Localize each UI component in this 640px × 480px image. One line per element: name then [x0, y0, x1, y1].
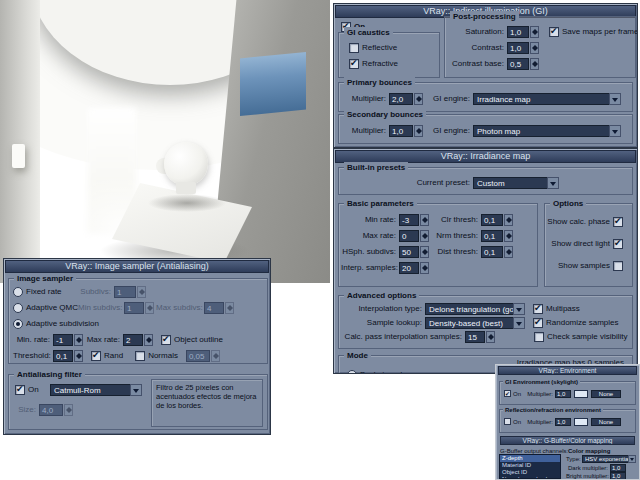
secondary-multiplier-spinner[interactable] — [414, 125, 423, 137]
aa-size-field[interactable]: 4,0 — [39, 404, 63, 416]
aa-on-checkbox[interactable] — [15, 385, 25, 395]
sample-lookup-dropdown[interactable]: Density-based (best) — [425, 317, 525, 329]
chevron-down-icon[interactable] — [628, 455, 636, 463]
rand-checkbox[interactable] — [91, 351, 101, 361]
refractive-label: Refractive — [362, 59, 398, 68]
subdivs-spinner[interactable] — [137, 286, 146, 298]
reflective-checkbox[interactable] — [349, 43, 359, 53]
dist-thresh-field[interactable]: 0,1 — [481, 246, 503, 258]
max-rate-field[interactable]: 2 — [123, 334, 143, 346]
refl-env-multiplier-label: Multiplier: — [525, 419, 555, 425]
gbuffer-channels-list[interactable]: Z-depth Material ID Object ID Non-clampe… — [499, 454, 561, 479]
min-rate-field[interactable]: -1 — [53, 334, 73, 346]
clr-thresh-spinner[interactable] — [504, 214, 513, 226]
chevron-down-icon[interactable] — [609, 125, 621, 137]
environment-window: VRay:: Environment GI Environment (skyli… — [495, 364, 640, 480]
calc-pass-samples-spinner[interactable] — [486, 331, 495, 343]
aa-size-spinner[interactable] — [64, 404, 73, 416]
saturation-spinner[interactable] — [530, 26, 539, 38]
gi-env-on-checkbox[interactable] — [504, 390, 511, 397]
primary-engine-value: Irradiance map — [473, 93, 609, 105]
normals-field[interactable]: 0,05 — [186, 350, 210, 362]
normals-checkbox[interactable] — [135, 351, 145, 361]
refl-env-color-swatch[interactable] — [574, 418, 588, 426]
contrast-base-field[interactable]: 0,5 — [507, 58, 529, 70]
refl-env-on-checkbox[interactable] — [504, 418, 511, 425]
normals-spinner[interactable] — [211, 350, 220, 362]
chevron-down-icon[interactable] — [547, 177, 559, 189]
multipass-checkbox[interactable] — [533, 304, 543, 314]
gbuffer-rollout-titlebar[interactable]: VRay:: G-Buffer/Color mapping — [500, 436, 635, 445]
nrm-thresh-field[interactable]: 0,1 — [481, 230, 503, 242]
advanced-options-group-label: Advanced options — [344, 290, 419, 301]
contrast-field[interactable]: 1,0 — [507, 42, 529, 54]
interp-samples-field[interactable]: 20 — [399, 262, 419, 274]
hsph-subdivs-spinner[interactable] — [420, 246, 429, 258]
max-subdivs-field[interactable]: 4 — [204, 302, 224, 314]
cm-type-label: Type: — [566, 456, 582, 462]
primary-multiplier-field[interactable]: 2,0 — [389, 93, 413, 105]
cm-type-dropdown[interactable]: HSV exponential — [582, 455, 636, 463]
gi-env-color-swatch[interactable] — [574, 390, 588, 398]
chevron-down-icon[interactable] — [130, 384, 142, 396]
saturation-field[interactable]: 1,0 — [507, 26, 529, 38]
refl-env-multiplier-field[interactable]: 1,0 — [555, 418, 571, 426]
contrast-spinner[interactable] — [530, 42, 539, 54]
nrm-thresh-spinner[interactable] — [504, 230, 513, 242]
show-direct-light-checkbox[interactable] — [613, 239, 623, 249]
secondary-engine-dropdown[interactable]: Photon map — [473, 125, 621, 137]
show-samples-checkbox[interactable] — [613, 261, 623, 271]
gbuffer-channel-item[interactable]: Object ID — [500, 469, 560, 476]
reflective-label: Reflective — [362, 43, 397, 52]
max-rate-spinner[interactable] — [144, 334, 153, 346]
contrast-base-spinner[interactable] — [530, 58, 539, 70]
dist-thresh-spinner[interactable] — [504, 246, 513, 258]
chevron-down-icon[interactable] — [513, 317, 525, 329]
secondary-multiplier-field[interactable]: 1,0 — [389, 125, 413, 137]
min-rate-spinner[interactable] — [420, 214, 429, 226]
adaptive-subdivision-radio[interactable] — [13, 319, 23, 329]
subdivs-field[interactable]: 1 — [114, 286, 136, 298]
hsph-subdivs-field[interactable]: 50 — [399, 246, 419, 258]
options-group: Options Show calc. phase Show direct lig… — [544, 203, 633, 287]
primary-engine-dropdown[interactable]: Irradiance map — [473, 93, 621, 105]
randomize-samples-checkbox[interactable] — [533, 318, 543, 328]
gi-env-map-button[interactable]: None — [591, 390, 621, 398]
bucket-mode-radio[interactable] — [347, 370, 357, 375]
refractive-checkbox[interactable] — [349, 59, 359, 69]
adaptive-subdivision-label: Adaptive subdivision — [26, 319, 99, 328]
min-subdivs-field[interactable]: 1 — [124, 302, 144, 314]
gbuffer-channel-item[interactable]: Material ID — [500, 462, 560, 469]
calc-pass-samples-field[interactable]: 15 — [465, 331, 485, 343]
min-rate-spinner[interactable] — [74, 334, 83, 346]
image-sampler-group: Image sampler Fixed rate Subdivs: 1 Adap… — [8, 278, 268, 364]
show-calc-phase-checkbox[interactable] — [613, 217, 623, 227]
save-maps-checkbox[interactable] — [549, 27, 559, 37]
threshold-field[interactable]: 0,1 — [53, 350, 73, 362]
max-rate-field[interactable]: 0 — [399, 230, 419, 242]
object-outline-checkbox[interactable] — [161, 335, 171, 345]
primary-multiplier-spinner[interactable] — [414, 93, 423, 105]
current-preset-dropdown[interactable]: Custom — [473, 177, 559, 189]
max-rate-label: Max rate: — [341, 231, 399, 240]
gbuffer-channel-item[interactable]: Non-clamped color — [500, 476, 560, 479]
max-subdivs-spinner[interactable] — [225, 302, 234, 314]
fixed-rate-radio[interactable] — [13, 287, 23, 297]
check-sample-visibility-checkbox[interactable] — [534, 332, 544, 342]
refl-env-map-button[interactable]: None — [591, 418, 621, 426]
chevron-down-icon[interactable] — [513, 303, 525, 315]
interp-samples-spinner[interactable] — [420, 262, 429, 274]
image-sampler-rollout-titlebar[interactable]: VRay:: Image sampler (Antialiasing) — [5, 260, 269, 273]
min-rate-field[interactable]: -3 — [399, 214, 419, 226]
interpolation-type-dropdown[interactable]: Delone triangulation (good/ex — [425, 303, 525, 315]
environment-rollout-titlebar[interactable]: VRay:: Environment — [498, 366, 637, 375]
aa-filter-dropdown[interactable]: Catmull-Rom — [50, 384, 142, 396]
max-rate-spinner[interactable] — [420, 230, 429, 242]
gi-env-multiplier-field[interactable]: 1,0 — [555, 390, 571, 398]
chevron-down-icon[interactable] — [609, 93, 621, 105]
threshold-spinner[interactable] — [74, 350, 83, 362]
clr-thresh-field[interactable]: 0,1 — [481, 214, 503, 226]
gbuffer-channel-item[interactable]: Z-depth — [500, 455, 560, 462]
adaptive-qmc-radio[interactable] — [13, 303, 23, 313]
min-subdivs-spinner[interactable] — [145, 302, 154, 314]
